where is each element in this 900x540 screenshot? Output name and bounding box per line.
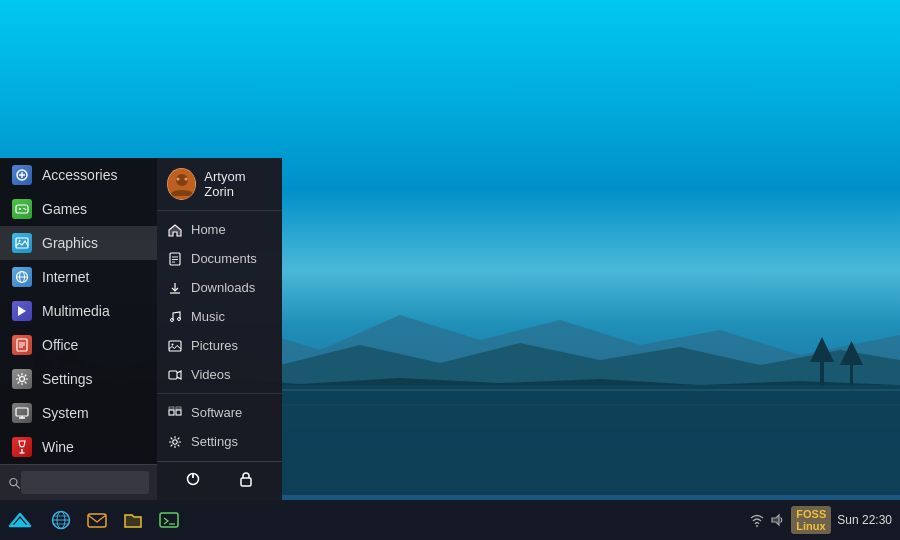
right-nav-software[interactable]: Software <box>157 398 282 427</box>
svg-marker-73 <box>772 515 779 525</box>
wine-label: Wine <box>42 439 74 455</box>
taskbar-files[interactable] <box>116 503 150 537</box>
svg-rect-33 <box>16 408 28 416</box>
taskbar-browser[interactable] <box>44 503 78 537</box>
menu-items-list: Accessories Games Graphics <box>0 158 157 464</box>
software-icon <box>167 406 183 420</box>
svg-point-42 <box>176 178 179 181</box>
office-label: Office <box>42 337 78 353</box>
graphics-icon <box>12 233 32 253</box>
svg-point-38 <box>10 478 17 485</box>
accessories-icon <box>12 165 32 185</box>
lock-button[interactable] <box>232 468 260 494</box>
menu-item-settings[interactable]: Settings <box>0 362 157 396</box>
taskbar-icons <box>40 503 186 537</box>
wine-icon <box>12 437 32 457</box>
taskbar-terminal[interactable] <box>152 503 186 537</box>
internet-label: Internet <box>42 269 89 285</box>
menu-item-internet[interactable]: Internet <box>0 260 157 294</box>
settings-label: Settings <box>42 371 93 387</box>
office-icon <box>12 335 32 355</box>
menu-item-multimedia[interactable]: Multimedia <box>0 294 157 328</box>
search-bar <box>0 464 157 500</box>
svg-marker-11 <box>810 337 834 362</box>
svg-rect-44 <box>170 253 180 265</box>
right-nav-downloads[interactable]: Downloads <box>157 273 282 302</box>
menu-item-accessories[interactable]: Accessories <box>0 158 157 192</box>
svg-rect-69 <box>88 514 106 527</box>
svg-rect-51 <box>169 341 181 351</box>
separator <box>157 393 282 394</box>
taskbar-right: FOSS Linux Sun 22:30 <box>749 506 900 534</box>
svg-point-20 <box>23 208 25 210</box>
svg-rect-61 <box>241 478 251 486</box>
multimedia-icon <box>12 301 32 321</box>
internet-icon <box>12 267 32 287</box>
svg-point-58 <box>173 439 177 443</box>
svg-rect-53 <box>169 371 177 379</box>
start-menu: Accessories Games Graphics <box>0 158 282 500</box>
system-icon <box>12 403 32 423</box>
menu-item-games[interactable]: Games <box>0 192 157 226</box>
right-panel-bottom <box>157 461 282 500</box>
start-button[interactable] <box>0 500 40 540</box>
home-icon <box>167 223 183 237</box>
user-name: Artyom Zorin <box>204 169 272 199</box>
svg-marker-13 <box>840 341 863 365</box>
software-label: Software <box>191 405 242 420</box>
linux-text: Linux <box>796 520 825 532</box>
documents-icon <box>167 252 183 266</box>
multimedia-label: Multimedia <box>42 303 110 319</box>
right-panel: Artyom Zorin Home Documents <box>157 158 282 500</box>
downloads-label: Downloads <box>191 280 255 295</box>
graphics-label: Graphics <box>42 235 98 251</box>
videos-label: Videos <box>191 367 231 382</box>
svg-point-32 <box>20 377 25 382</box>
svg-point-49 <box>171 318 174 321</box>
svg-point-50 <box>178 317 181 320</box>
user-header[interactable]: Artyom Zorin <box>157 158 282 211</box>
videos-icon <box>167 368 183 382</box>
right-nav-items: Home Documents Downloads <box>157 211 282 461</box>
right-nav-home[interactable]: Home <box>157 215 282 244</box>
time-display: Sun 22:30 <box>837 513 892 527</box>
taskbar-mail[interactable] <box>80 503 114 537</box>
left-panel: Accessories Games Graphics <box>0 158 157 500</box>
right-nav-music[interactable]: Music <box>157 302 282 331</box>
games-icon <box>12 199 32 219</box>
settings2-icon <box>167 435 183 449</box>
menu-item-system[interactable]: System <box>0 396 157 430</box>
foss-linux-badge: FOSS Linux <box>791 506 831 534</box>
downloads-icon <box>167 281 183 295</box>
documents-label: Documents <box>191 251 257 266</box>
svg-point-52 <box>172 343 174 345</box>
svg-rect-17 <box>16 205 28 213</box>
svg-rect-70 <box>160 513 178 527</box>
power-button[interactable] <box>179 468 207 494</box>
menu-item-wine[interactable]: Wine <box>0 430 157 464</box>
svg-rect-12 <box>850 363 853 385</box>
volume-icon <box>769 512 785 528</box>
svg-rect-57 <box>176 407 181 409</box>
right-nav-videos[interactable]: Videos <box>157 360 282 389</box>
menu-item-graphics[interactable]: Graphics <box>0 226 157 260</box>
pictures-label: Pictures <box>191 338 238 353</box>
settings-icon <box>12 369 32 389</box>
foss-text: FOSS <box>796 508 826 520</box>
svg-point-72 <box>756 525 758 527</box>
menu-item-office[interactable]: Office <box>0 328 157 362</box>
search-input[interactable] <box>21 471 149 494</box>
network-icon <box>749 512 765 528</box>
svg-rect-55 <box>176 410 181 415</box>
right-nav-settings[interactable]: Settings <box>157 427 282 456</box>
right-nav-documents[interactable]: Documents <box>157 244 282 273</box>
search-icon <box>8 476 21 490</box>
desktop: Accessories Games Graphics <box>0 0 900 540</box>
avatar <box>167 168 196 200</box>
right-nav-pictures[interactable]: Pictures <box>157 331 282 360</box>
svg-point-21 <box>25 209 27 211</box>
svg-rect-56 <box>169 407 174 409</box>
clock: Sun 22:30 <box>837 513 892 527</box>
svg-rect-10 <box>820 360 824 385</box>
svg-point-43 <box>184 178 187 181</box>
